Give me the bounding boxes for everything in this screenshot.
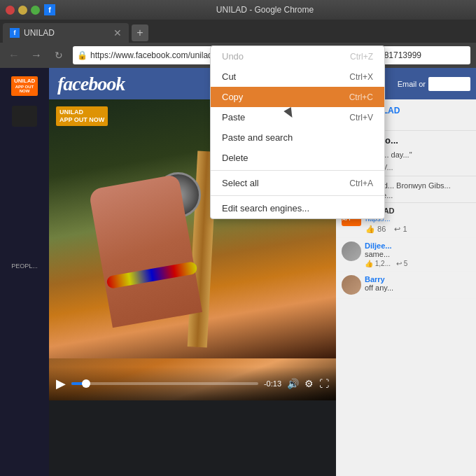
cm-paste-label: Paste (222, 112, 245, 122)
maximize-button[interactable] (31, 6, 40, 15)
cm-cut-shortcut: Ctrl+X (349, 72, 373, 82)
video-watermark: UNILAD APP OUT NOW (56, 106, 108, 126)
cm-undo-label: Undo (222, 51, 244, 62)
cm-delete[interactable]: Delete (211, 148, 384, 168)
commenter1-actions: 👍 1,2... ↩ 5 (365, 260, 470, 267)
people-label: PEOPL... (11, 262, 38, 270)
lock-icon: 🔒 (77, 50, 88, 60)
forward-button[interactable]: → (28, 47, 45, 64)
cm-copy[interactable]: Copy Ctrl+C (211, 87, 384, 107)
commenter2-avatar (342, 275, 361, 295)
time-display: -0:13 (264, 379, 281, 388)
shared-actions: 👍 86 ↩ 1 (365, 225, 470, 234)
tab-active[interactable]: f UNILAD ✕ (3, 23, 129, 43)
window-title: UNILAD - Google Chrome (59, 5, 470, 15)
facebook-logo: facebook (57, 73, 125, 95)
cm-copy-label: Copy (222, 92, 243, 102)
cm-paste-shortcut: Ctrl+V (349, 113, 373, 122)
commenter1-likes: 👍 1,2... (365, 260, 391, 267)
cm-undo[interactable]: Undo Ctrl+Z (211, 46, 384, 66)
progress-bar[interactable] (71, 382, 258, 385)
commenter1-avatar (342, 241, 361, 261)
volume-button[interactable]: 🔊 (287, 378, 299, 389)
cm-edit-search-engines[interactable]: Edit search engines... (211, 198, 384, 218)
cm-cut[interactable]: Cut Ctrl+X (211, 66, 384, 87)
progress-thumb[interactable] (82, 379, 90, 388)
comment-2: Barry off any... (336, 272, 476, 299)
cm-select-all-shortcut: Ctrl+A (349, 178, 373, 188)
cm-divider-1 (211, 170, 384, 171)
commenter2-text: off any... (365, 284, 470, 292)
cm-paste-search[interactable]: Paste and search (211, 127, 384, 148)
tab-favicon: f (10, 28, 20, 38)
fullscreen-button[interactable]: ⛶ (319, 378, 329, 389)
cm-paste[interactable]: Paste Ctrl+V (211, 107, 384, 127)
commenter1-text: same... (365, 250, 470, 258)
cm-select-all[interactable]: Select all Ctrl+A (211, 173, 384, 193)
sidebar-unilad-box: UNILAD APP OUT NOW (3, 74, 46, 99)
tab-close-button[interactable]: ✕ (113, 27, 122, 38)
minimize-button[interactable] (18, 6, 27, 15)
cm-copy-shortcut: Ctrl+C (349, 92, 373, 102)
progress-filled (71, 382, 86, 385)
play-button[interactable]: ▶ (56, 376, 66, 391)
email-input[interactable] (428, 77, 470, 91)
sidebar-thumb-1 (12, 106, 37, 127)
commenter2-name: Barry (365, 275, 470, 284)
comment-1: Diljee... same... 👍 1,2... ↩ 5 (336, 238, 476, 272)
close-button[interactable] (6, 6, 15, 15)
tab-bar: f UNILAD ✕ + (0, 20, 476, 43)
unilad-logo: UNILAD APP OUT NOW (11, 76, 38, 96)
context-menu: Undo Ctrl+Z Cut Ctrl+X Copy Ctrl+C Paste… (210, 46, 385, 219)
cm-select-all-label: Select all (222, 178, 259, 188)
left-sidebar: UNILAD APP OUT NOW PEOPL... (0, 68, 49, 476)
back-button[interactable]: ← (6, 47, 22, 64)
tab-label: UNILAD (24, 28, 109, 38)
sidebar-item-1 (3, 103, 46, 130)
cm-paste-search-label: Paste and search (222, 132, 293, 143)
window-controls (6, 6, 40, 15)
cm-delete-label: Delete (222, 153, 248, 163)
video-controls[interactable]: ▶ -0:13 🔊 ⚙ ⛶ (49, 367, 336, 400)
refresh-button[interactable]: ↻ (50, 47, 67, 64)
title-favicon: f (44, 4, 55, 15)
settings-button[interactable]: ⚙ (304, 378, 314, 389)
shared-comments-count: ↩ 1 (394, 225, 407, 234)
cm-edit-search-engines-label: Edit search engines... (222, 203, 309, 214)
sidebar-people-label: PEOPL... (3, 134, 46, 272)
email-label: Email or (398, 80, 426, 88)
shared-likes-count: 👍 86 (365, 225, 386, 234)
commenter1-replies: ↩ 5 (396, 260, 407, 267)
new-tab-button[interactable]: + (132, 24, 148, 41)
cm-cut-label: Cut (222, 71, 236, 82)
cm-undo-shortcut: Ctrl+Z (350, 52, 373, 62)
commenter1-name: Diljee... (365, 241, 470, 250)
cm-divider-2 (211, 195, 384, 196)
title-bar: f UNILAD - Google Chrome (0, 0, 476, 20)
